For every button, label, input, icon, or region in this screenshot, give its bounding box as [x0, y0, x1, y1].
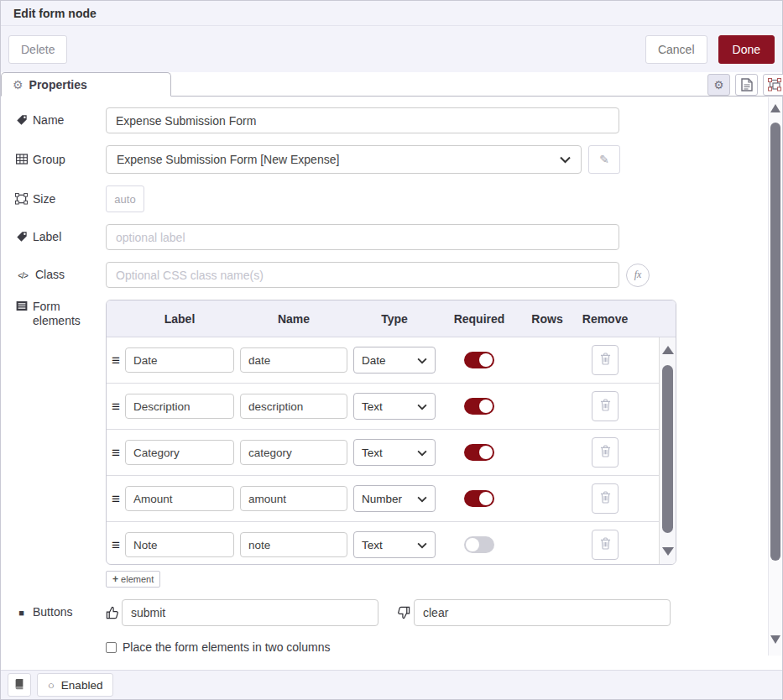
form-element-row: ≡ Text	[107, 522, 659, 564]
label-field-row: Label	[15, 224, 782, 250]
element-type-select[interactable]: Text	[353, 393, 436, 420]
element-label-input[interactable]	[125, 486, 234, 511]
chevron-down-icon	[560, 153, 571, 166]
panel-scrollbar[interactable]	[768, 97, 782, 656]
chevron-down-icon	[417, 447, 427, 459]
element-name-input[interactable]	[240, 532, 347, 557]
element-type-select[interactable]: Number	[353, 485, 436, 512]
done-button[interactable]: Done	[718, 35, 775, 64]
trash-icon	[600, 491, 611, 506]
delete-element-button[interactable]	[592, 391, 619, 421]
scroll-up-icon[interactable]	[770, 104, 780, 112]
scrollbar-thumb[interactable]	[770, 123, 780, 561]
drag-handle-icon[interactable]: ≡	[112, 400, 125, 414]
name-input[interactable]	[106, 107, 619, 133]
class-input[interactable]	[106, 262, 619, 288]
book-icon	[13, 678, 25, 692]
scroll-up-icon[interactable]	[662, 346, 674, 354]
element-name-input[interactable]	[240, 440, 347, 465]
trash-icon	[600, 399, 611, 414]
required-toggle[interactable]	[464, 444, 494, 461]
delete-button[interactable]: Delete	[8, 35, 67, 64]
radio-circle-icon: ○	[48, 680, 55, 691]
form-elements-section: Form elements Label Name Type Required R…	[15, 300, 782, 588]
gear-icon: ⚙	[13, 78, 23, 91]
element-type-value: Text	[362, 447, 383, 459]
dialog-button-bar: Delete Cancel Done	[1, 26, 782, 72]
submit-button-text-input[interactable]	[122, 599, 378, 626]
drag-handle-icon[interactable]: ≡	[112, 492, 125, 506]
list-icon	[15, 300, 28, 311]
element-name-input[interactable]	[240, 347, 347, 373]
clear-button-text-input[interactable]	[414, 599, 671, 626]
element-type-select[interactable]: Text	[353, 531, 436, 558]
two-columns-label: Place the form elements in two columns	[123, 640, 330, 654]
elements-scrollbar[interactable]	[659, 337, 676, 564]
tab-properties[interactable]: ⚙ Properties	[1, 72, 171, 97]
buttons-field-row: ■ Buttons	[15, 599, 782, 626]
chevron-down-icon	[417, 493, 427, 505]
drag-handle-icon[interactable]: ≡	[112, 353, 125, 368]
group-select-value: Expense Submission Form [New Expense]	[117, 153, 339, 166]
scroll-down-icon[interactable]	[662, 547, 674, 556]
document-icon	[741, 78, 753, 91]
square-icon: ■	[15, 606, 28, 620]
add-element-button[interactable]: + element	[106, 571, 160, 588]
dynamic-class-button[interactable]: fx	[626, 264, 650, 287]
properties-tab-button[interactable]: ⚙	[707, 74, 730, 96]
group-field-row: Group Expense Submission Form [New Expen…	[15, 145, 782, 174]
drag-handle-icon[interactable]: ≡	[112, 446, 125, 460]
element-label-input[interactable]	[125, 532, 234, 557]
element-label-input[interactable]	[125, 394, 234, 419]
size-button[interactable]: auto	[106, 185, 144, 212]
gear-icon: ⚙	[714, 79, 724, 91]
required-toggle[interactable]	[464, 490, 494, 507]
col-header-label: Label	[125, 312, 234, 326]
class-field-row: </> Class fx	[15, 262, 782, 288]
required-toggle[interactable]	[464, 536, 494, 553]
description-tab-button[interactable]	[735, 74, 758, 96]
delete-element-button[interactable]	[592, 437, 619, 468]
drag-handle-icon[interactable]: ≡	[112, 538, 125, 552]
element-name-input[interactable]	[240, 394, 347, 419]
size-field-row: Size auto	[15, 185, 782, 212]
element-type-value: Text	[362, 400, 383, 413]
form-element-row: ≡ Text	[107, 384, 659, 430]
col-header-name: Name	[240, 312, 347, 326]
object-group-icon	[768, 78, 781, 91]
tag-icon	[15, 114, 28, 126]
col-header-rows: Rows	[523, 312, 572, 326]
element-name-input[interactable]	[240, 486, 347, 511]
element-label-input[interactable]	[125, 440, 234, 465]
delete-element-button[interactable]	[592, 345, 619, 375]
scroll-down-icon[interactable]	[770, 635, 780, 644]
required-toggle[interactable]	[464, 398, 494, 415]
edit-group-button[interactable]: ✎	[588, 145, 620, 174]
elements-table-body: ≡ Date ≡ Text	[107, 337, 659, 564]
cancel-button[interactable]: Cancel	[645, 35, 707, 64]
scrollbar-thumb[interactable]	[662, 365, 673, 533]
two-columns-checkbox[interactable]	[106, 642, 117, 653]
label-input[interactable]	[106, 224, 619, 250]
appearance-tab-button[interactable]	[763, 74, 783, 96]
trash-icon	[600, 445, 611, 460]
node-enabled-toggle[interactable]: ○ Enabled	[37, 673, 113, 697]
form-element-row: ≡ Date	[107, 337, 659, 384]
name-field-row: Name	[15, 107, 782, 133]
group-select[interactable]: Expense Submission Form [New Expense]	[106, 145, 582, 174]
element-label-input[interactable]	[125, 347, 234, 373]
required-toggle[interactable]	[464, 352, 494, 368]
form-element-row: ≡ Number	[107, 476, 659, 522]
elements-table: Label Name Type Required Rows Remove ≡ D…	[106, 300, 676, 565]
col-header-type: Type	[353, 312, 436, 326]
form-elements-editor: Label Name Type Required Rows Remove ≡ D…	[106, 300, 676, 588]
element-type-value: Number	[362, 493, 402, 505]
chevron-down-icon	[417, 400, 427, 413]
delete-element-button[interactable]	[592, 483, 619, 514]
element-type-select[interactable]: Date	[353, 347, 436, 374]
group-label: Group	[15, 153, 106, 167]
tab-bar: ⚙ Properties ⚙	[1, 72, 782, 97]
element-type-select[interactable]: Text	[353, 439, 436, 466]
delete-element-button[interactable]	[592, 530, 619, 560]
node-help-button[interactable]	[8, 673, 31, 697]
